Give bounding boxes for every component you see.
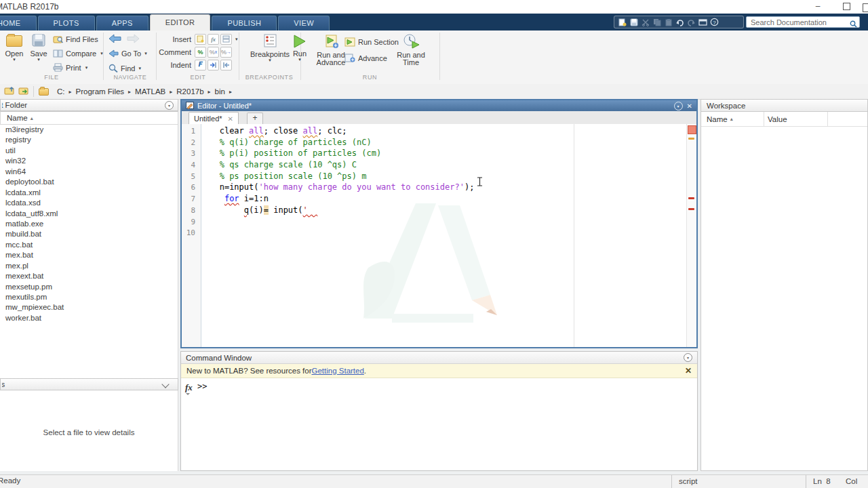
current-folder-header[interactable]: Current Folder ▾ [0,99,178,111]
insert-section-icon[interactable] [220,34,232,45]
file-item[interactable]: lcdata.xsd [0,198,178,208]
code-line[interactable]: 4 % qs charge scale (10 ^qs) C [182,159,687,171]
indent-row[interactable]: Indent 𝑭 [159,58,238,71]
file-item[interactable]: mcc.bat [0,240,178,250]
file-item[interactable]: mexsetup.pm [0,282,178,292]
file-item[interactable]: mex.pl [0,261,178,271]
run-and-advance-button[interactable]: Run and Advance [313,33,349,66]
code-line[interactable]: 10 [182,227,687,239]
workspace-header[interactable]: Workspace [701,100,867,112]
column-header-name[interactable]: Name ▴ [0,111,178,125]
ribbon-tab-publish[interactable]: PUBLISH [212,16,277,30]
copy-icon[interactable] [651,17,663,27]
code-line[interactable]: 9 [182,216,687,228]
file-item[interactable]: lcdata.xml [0,188,178,198]
file-item[interactable]: m3iregistry [0,125,178,135]
run-section-button[interactable]: Run Section [344,36,399,47]
layout-icon[interactable] [697,17,709,27]
smart-indent-icon[interactable]: 𝑭 [195,60,206,70]
browse-folder-icon[interactable] [18,85,30,98]
editor-titlebar[interactable]: Editor - Untitled* ▾ ✕ [182,100,696,111]
file-item[interactable]: mex.bat [0,250,178,260]
run-and-time-button[interactable]: Run and Time [393,33,429,66]
file-item[interactable]: matlab.exe [0,219,178,229]
search-icon[interactable] [850,18,857,30]
save-button[interactable]: Save ▾ [27,33,50,62]
restore-button[interactable] [837,1,856,12]
close-icon[interactable]: ✕ [228,115,233,123]
command-input-area[interactable]: fx >> [181,378,697,472]
file-item[interactable]: deploytool.bat [0,177,178,187]
cut-icon[interactable] [639,17,651,27]
comment-icon[interactable]: % [195,47,206,58]
error-indicator-box[interactable] [688,125,696,134]
file-item[interactable]: mbuild.bat [0,229,178,239]
paste-icon[interactable] [663,17,674,27]
ribbon-tab-view[interactable]: VIEW [278,16,330,30]
code-line[interactable]: 7 for i=1:n [182,193,687,205]
getting-started-link[interactable]: Getting Started [312,367,364,375]
fx-icon[interactable]: fx [185,382,193,393]
new-tab-button[interactable]: + [247,113,263,124]
chevron-down-icon[interactable] [161,380,169,388]
command-window-header[interactable]: Command Window ▾ [181,352,697,364]
ribbon-tab-editor[interactable]: EDITOR [150,14,211,30]
ribbon-tab-plots[interactable]: PLOTS [38,16,95,30]
file-item[interactable]: util [0,146,178,156]
code-line[interactable]: 1 clear all; close all; clc; [182,125,687,137]
open-button[interactable]: Open ▾ [3,33,26,62]
goto-button[interactable]: Go To ▾ [108,47,147,59]
compare-button[interactable]: Compare ▾ [53,47,103,59]
warning-marker[interactable] [688,138,694,140]
breadcrumb-segment[interactable]: C: [54,87,68,96]
advance-button[interactable]: Advance [344,52,399,64]
find-button[interactable]: Find ▾ [108,62,147,74]
column-header-name[interactable]: Name [701,115,728,123]
redo-icon[interactable] [686,17,697,27]
code-line[interactable]: 3 % p(i) position of particles (cm) [182,148,687,159]
comment-row[interactable]: Comment % %x %→ [159,45,238,58]
ribbon-tab-home[interactable]: HOME [0,16,37,30]
undo-icon[interactable] [674,17,686,27]
code-line[interactable]: 6 n=input('how many charge do you want t… [182,182,687,193]
message-indicator-bar[interactable] [686,124,696,347]
search-input[interactable] [746,16,860,28]
new-script-icon[interactable] [616,17,628,27]
folder-up-icon[interactable] [4,85,16,98]
error-marker[interactable] [688,208,694,210]
uncomment-icon[interactable]: %x [208,47,219,58]
breadcrumb-arrow-icon[interactable]: ▸ [127,89,132,95]
minimize-button[interactable]: – [808,1,827,12]
file-item[interactable]: worker.bat [0,313,178,323]
find-files-button[interactable]: Find Files [53,33,103,45]
help-icon[interactable]: ? [709,17,720,27]
wrap-comments-icon[interactable]: %→ [220,47,232,58]
breadcrumb-segment[interactable]: bin [212,87,228,96]
code-line[interactable]: 2 % q(i) charge of particles (nC) [182,137,687,148]
panel-menu-icon[interactable]: ▾ [684,353,692,362]
indent-right-icon[interactable] [208,60,219,70]
back-icon[interactable] [108,34,122,46]
close-icon[interactable]: ✕ [687,102,692,110]
forward-icon[interactable] [126,34,140,46]
file-item[interactable]: mw_mpiexec.bat [0,302,178,312]
code-line[interactable]: 8 q(i)= input(' [182,205,687,216]
breadcrumb-segment[interactable]: MATLAB [132,87,168,96]
close-icon[interactable]: ✕ [685,366,692,375]
file-item[interactable]: win64 [0,167,178,177]
breadcrumb-arrow-icon[interactable]: ▸ [68,89,73,95]
column-header-value[interactable]: Value [768,115,787,123]
details-header[interactable]: Details [0,378,178,390]
file-item[interactable]: mexext.bat [0,271,178,281]
ribbon-tab-apps[interactable]: APPS [96,16,149,30]
panel-menu-icon[interactable]: ▾ [674,102,683,110]
file-item[interactable]: win32 [0,156,178,166]
panel-menu-icon[interactable]: ▾ [165,101,174,110]
indent-left-icon[interactable] [220,60,232,70]
close-button[interactable] [863,3,868,12]
breadcrumb-arrow-icon[interactable]: ▸ [207,89,212,95]
code-line[interactable]: 5 % ps position scale (10 ^ps) m [182,171,687,182]
error-marker[interactable] [688,197,694,199]
run-button[interactable]: Run ▾ [288,33,312,62]
print-button[interactable]: Print ▾ [53,62,103,73]
